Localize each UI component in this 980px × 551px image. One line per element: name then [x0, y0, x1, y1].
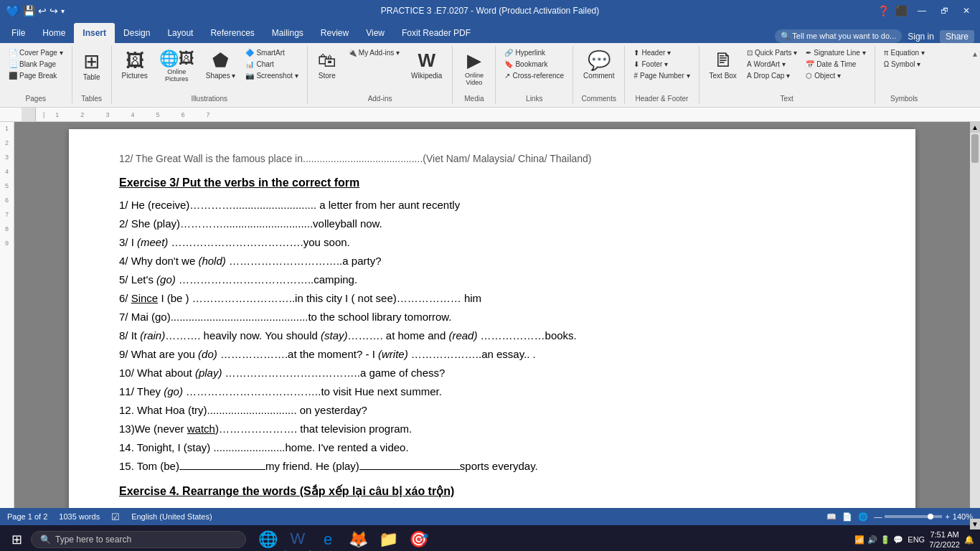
page-number-button[interactable]: # Page Number ▾ [631, 70, 692, 81]
print-layout-icon[interactable]: 📄 [842, 512, 852, 522]
quick-parts-icon: ⊡ [747, 49, 753, 57]
proofing-icon[interactable]: ☑ [111, 512, 120, 522]
pages-label: Pages [26, 95, 46, 103]
line-9: 9/ What are you (do) ……………….at the momen… [119, 346, 865, 363]
taskbar-apps: 🌐 W e 🦊 📁 🎯 [255, 527, 431, 551]
tab-view[interactable]: View [357, 23, 393, 43]
hyperlink-button[interactable]: 🔗 Hyperlink [501, 47, 548, 58]
tab-layout[interactable]: Layout [159, 23, 202, 43]
tab-mailings[interactable]: Mailings [263, 23, 312, 43]
date-time-button[interactable]: 📅 Date & Time [803, 59, 868, 70]
taskbar-firefox[interactable]: 🦊 [345, 527, 371, 551]
scroll-up-button[interactable]: ▲ [970, 122, 980, 133]
cross-reference-button[interactable]: ↗ Cross-reference [501, 70, 567, 81]
my-addins-button[interactable]: 🔌 My Add-ins ▾ [345, 47, 402, 58]
pictures-button[interactable]: 🖼 Pictures [118, 47, 152, 82]
battery-icon[interactable]: 🔋 [880, 535, 890, 545]
vertical-scrollbar[interactable]: ▲ ▼ [970, 122, 980, 508]
web-layout-icon[interactable]: 🌐 [858, 512, 868, 522]
zoom-thumb[interactable] [928, 514, 933, 519]
taskbar-edge2[interactable]: e [315, 527, 341, 551]
notification-icon[interactable]: 💬 [893, 535, 903, 545]
shapes-button[interactable]: ⬟ Shapes ▾ [202, 47, 240, 82]
table-button[interactable]: ⊞ Table [79, 47, 105, 83]
comments-label: Comments [582, 95, 616, 103]
search-box[interactable]: 🔍 Tell me what you want to do... [775, 29, 903, 43]
online-pictures-button[interactable]: 🌐🖼 OnlinePictures [155, 47, 199, 85]
scroll-thumb[interactable] [971, 134, 979, 163]
taskbar-edge[interactable]: 🌐 [255, 527, 281, 551]
ribbon-group-comments: 💬 Comment Comments [573, 46, 625, 104]
wordart-button[interactable]: A WordArt ▾ [744, 59, 800, 70]
ribbon-expand[interactable]: ▴ [973, 46, 980, 59]
title-bar-left-icons: 💙 💾 ↩ ↪ ▾ [6, 4, 65, 18]
text-box-button[interactable]: 🖹 Text Box [705, 47, 741, 82]
blank-page-button[interactable]: 📃 Blank Page [6, 59, 59, 70]
page-break-button[interactable]: ⬛ Page Break [6, 70, 60, 81]
signature-line-button[interactable]: ✒ Signature Line ▾ [803, 47, 868, 58]
taskbar-app6[interactable]: 🎯 [405, 527, 431, 551]
document-page[interactable]: 12/ The Great Wall is the famous place i… [69, 129, 915, 508]
text-small-col1: ⊡ Quick Parts ▾ A WordArt ▾ A Drop Cap ▾ [744, 47, 800, 83]
object-button[interactable]: ⬡ Object ▾ [803, 70, 868, 81]
taskbar-explorer[interactable]: 📁 [375, 527, 401, 551]
cover-page-icon: 📄 [9, 49, 17, 57]
taskbar-search-box[interactable]: 🔍 Type here to search [31, 531, 246, 548]
drop-cap-button[interactable]: A Drop Cap ▾ [744, 70, 800, 81]
share-button[interactable]: Share [940, 30, 974, 43]
language-indicator[interactable]: ENG [908, 535, 925, 544]
tab-design[interactable]: Design [115, 23, 159, 43]
media-label: Media [464, 95, 484, 103]
zoom-slider[interactable] [885, 515, 942, 518]
addins-label: Add-ins [368, 95, 392, 103]
language-status[interactable]: English (United States) [131, 512, 212, 521]
comment-button[interactable]: 💬 Comment [579, 47, 618, 82]
volume-icon[interactable]: 🔊 [867, 535, 877, 545]
zoom-control[interactable]: — + 140% [874, 512, 973, 521]
store-button[interactable]: 🛍 Store [314, 47, 341, 82]
wikipedia-button[interactable]: W Wikipedia [407, 47, 446, 82]
chart-button[interactable]: 📊 Chart [242, 59, 301, 70]
network-icon[interactable]: 📶 [854, 535, 864, 545]
start-button[interactable]: ⊞ [6, 529, 28, 550]
minimize-button[interactable]: — [913, 4, 930, 17]
undo-icon[interactable]: ↩ [38, 5, 47, 17]
zoom-in-icon[interactable]: + [945, 512, 949, 521]
cover-page-button[interactable]: 📄 Cover Page ▾ [6, 47, 66, 58]
taskbar-word[interactable]: W [285, 527, 311, 551]
read-mode-icon[interactable]: 📖 [826, 512, 837, 522]
clock[interactable]: 7:51 AM 7/2/2022 [929, 529, 960, 550]
symbol-button[interactable]: Ω Symbol ▾ [881, 59, 924, 70]
ribbon-display-icon[interactable]: ⬛ [895, 5, 908, 17]
tab-file[interactable]: File [3, 23, 34, 43]
time-display: 7:51 AM [929, 529, 960, 540]
tab-insert[interactable]: Insert [74, 23, 115, 43]
quick-parts-button[interactable]: ⊡ Quick Parts ▾ [744, 47, 800, 58]
restore-button[interactable]: 🗗 [936, 5, 953, 17]
tab-home[interactable]: Home [34, 23, 74, 43]
screenshot-icon: 📷 [245, 72, 254, 80]
tab-references[interactable]: References [202, 23, 263, 43]
wordart-icon: A [747, 60, 752, 68]
equation-button[interactable]: π Equation ▾ [881, 47, 928, 58]
title-bar-right-icons: ❓ ⬛ — 🗗 ✕ [877, 4, 974, 17]
help-icon[interactable]: ❓ [877, 5, 890, 17]
online-video-button[interactable]: ▶ OnlineVideo [461, 47, 488, 88]
close-button[interactable]: ✕ [958, 4, 974, 17]
footer-button[interactable]: ⬇ Footer ▾ [631, 59, 671, 70]
customize-icon[interactable]: ▾ [61, 7, 65, 15]
comment-icon: 💬 [588, 50, 611, 72]
tab-review[interactable]: Review [312, 23, 357, 43]
sign-in-button[interactable]: Sign in [908, 32, 934, 42]
header-button[interactable]: ⬆ Header ▾ [631, 47, 674, 58]
equation-icon: π [884, 49, 889, 57]
zoom-out-icon[interactable]: — [874, 512, 882, 521]
bookmark-button[interactable]: 🔖 Bookmark [501, 59, 550, 70]
screenshot-button[interactable]: 📷 Screenshot ▾ [242, 70, 301, 81]
redo-icon[interactable]: ↪ [50, 5, 58, 17]
line-4: 4/ Why don't we (hold) …………………………..a par… [119, 253, 865, 270]
action-center-icon[interactable]: 🔔 [964, 535, 974, 545]
tab-foxit[interactable]: Foxit Reader PDF [393, 23, 479, 43]
save-icon[interactable]: 💾 [23, 5, 35, 17]
smartart-button[interactable]: 🔷 SmartArt [242, 47, 301, 58]
